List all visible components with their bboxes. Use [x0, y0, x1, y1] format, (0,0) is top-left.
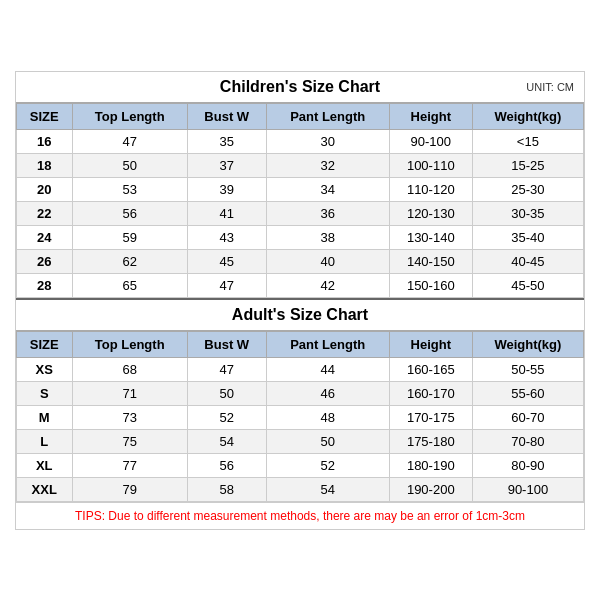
table-row: 26624540140-15040-45	[17, 249, 584, 273]
table-cell: 52	[187, 405, 266, 429]
table-cell: 90-100	[472, 477, 583, 501]
table-cell: 150-160	[389, 273, 472, 297]
table-cell: 110-120	[389, 177, 472, 201]
table-cell: 73	[72, 405, 187, 429]
table-cell: 50	[72, 153, 187, 177]
table-cell: 15-25	[472, 153, 583, 177]
table-cell: 39	[187, 177, 266, 201]
children-col-bust-w: Bust W	[187, 103, 266, 129]
table-cell: 100-110	[389, 153, 472, 177]
table-cell: 140-150	[389, 249, 472, 273]
table-cell: 130-140	[389, 225, 472, 249]
table-cell: 54	[187, 429, 266, 453]
table-cell: 175-180	[389, 429, 472, 453]
children-col-weight: Weight(kg)	[472, 103, 583, 129]
table-cell: 47	[72, 129, 187, 153]
table-cell: XL	[17, 453, 73, 477]
table-row: XXL795854190-20090-100	[17, 477, 584, 501]
table-cell: 24	[17, 225, 73, 249]
table-row: S715046160-17055-60	[17, 381, 584, 405]
adult-col-size: SIZE	[17, 331, 73, 357]
table-cell: 41	[187, 201, 266, 225]
table-cell: XXL	[17, 477, 73, 501]
table-cell: 70-80	[472, 429, 583, 453]
children-col-top-length: Top Length	[72, 103, 187, 129]
table-cell: 47	[187, 273, 266, 297]
table-row: 20533934110-12025-30	[17, 177, 584, 201]
table-cell: 65	[72, 273, 187, 297]
table-cell: 34	[266, 177, 389, 201]
table-cell: 79	[72, 477, 187, 501]
table-cell: 40	[266, 249, 389, 273]
table-cell: 36	[266, 201, 389, 225]
table-cell: 180-190	[389, 453, 472, 477]
adult-table-body: XS684744160-16550-55S715046160-17055-60M…	[17, 357, 584, 501]
adult-table: SIZE Top Length Bust W Pant Length Heigh…	[16, 331, 584, 502]
adult-col-bust-w: Bust W	[187, 331, 266, 357]
children-col-size: SIZE	[17, 103, 73, 129]
table-cell: 71	[72, 381, 187, 405]
table-row: 28654742150-16045-50	[17, 273, 584, 297]
table-cell: 20	[17, 177, 73, 201]
table-cell: 38	[266, 225, 389, 249]
children-table-body: 1647353090-100<1518503732100-11015-25205…	[17, 129, 584, 297]
table-cell: 40-45	[472, 249, 583, 273]
table-cell: S	[17, 381, 73, 405]
adult-chart-title-row: Adult's Size Chart	[16, 298, 584, 331]
table-cell: 42	[266, 273, 389, 297]
table-cell: 160-165	[389, 357, 472, 381]
unit-label: UNIT: CM	[526, 81, 574, 93]
table-cell: 45	[187, 249, 266, 273]
table-cell: L	[17, 429, 73, 453]
children-chart-title: Children's Size Chart	[220, 78, 380, 96]
table-cell: 80-90	[472, 453, 583, 477]
children-col-pant-length: Pant Length	[266, 103, 389, 129]
table-cell: 75	[72, 429, 187, 453]
table-cell: 50	[266, 429, 389, 453]
table-cell: 68	[72, 357, 187, 381]
table-cell: <15	[472, 129, 583, 153]
table-cell: 45-50	[472, 273, 583, 297]
table-cell: 160-170	[389, 381, 472, 405]
table-row: XS684744160-16550-55	[17, 357, 584, 381]
table-row: 22564136120-13030-35	[17, 201, 584, 225]
table-cell: 47	[187, 357, 266, 381]
table-cell: 59	[72, 225, 187, 249]
tips-row: TIPS: Due to different measurement metho…	[16, 502, 584, 529]
table-cell: 55-60	[472, 381, 583, 405]
table-cell: 18	[17, 153, 73, 177]
table-cell: XS	[17, 357, 73, 381]
children-header-row: SIZE Top Length Bust W Pant Length Heigh…	[17, 103, 584, 129]
table-cell: 30-35	[472, 201, 583, 225]
table-cell: 56	[187, 453, 266, 477]
table-cell: 52	[266, 453, 389, 477]
table-cell: 35	[187, 129, 266, 153]
table-cell: 62	[72, 249, 187, 273]
table-row: 18503732100-11015-25	[17, 153, 584, 177]
table-cell: 30	[266, 129, 389, 153]
table-cell: 46	[266, 381, 389, 405]
table-cell: 44	[266, 357, 389, 381]
adult-col-weight: Weight(kg)	[472, 331, 583, 357]
children-col-height: Height	[389, 103, 472, 129]
table-row: 24594338130-14035-40	[17, 225, 584, 249]
table-cell: 50	[187, 381, 266, 405]
table-cell: 58	[187, 477, 266, 501]
table-cell: 50-55	[472, 357, 583, 381]
table-row: L755450175-18070-80	[17, 429, 584, 453]
adult-col-top-length: Top Length	[72, 331, 187, 357]
table-cell: 25-30	[472, 177, 583, 201]
table-cell: 26	[17, 249, 73, 273]
table-cell: 37	[187, 153, 266, 177]
size-chart-container: Children's Size Chart UNIT: CM SIZE Top …	[15, 71, 585, 530]
table-cell: 190-200	[389, 477, 472, 501]
adult-chart-title: Adult's Size Chart	[232, 306, 368, 324]
children-table: SIZE Top Length Bust W Pant Length Heigh…	[16, 103, 584, 298]
table-cell: 48	[266, 405, 389, 429]
tips-text: TIPS: Due to different measurement metho…	[75, 509, 525, 523]
children-chart-title-row: Children's Size Chart UNIT: CM	[16, 72, 584, 103]
table-cell: 54	[266, 477, 389, 501]
table-row: 1647353090-100<15	[17, 129, 584, 153]
table-cell: 53	[72, 177, 187, 201]
table-cell: 16	[17, 129, 73, 153]
